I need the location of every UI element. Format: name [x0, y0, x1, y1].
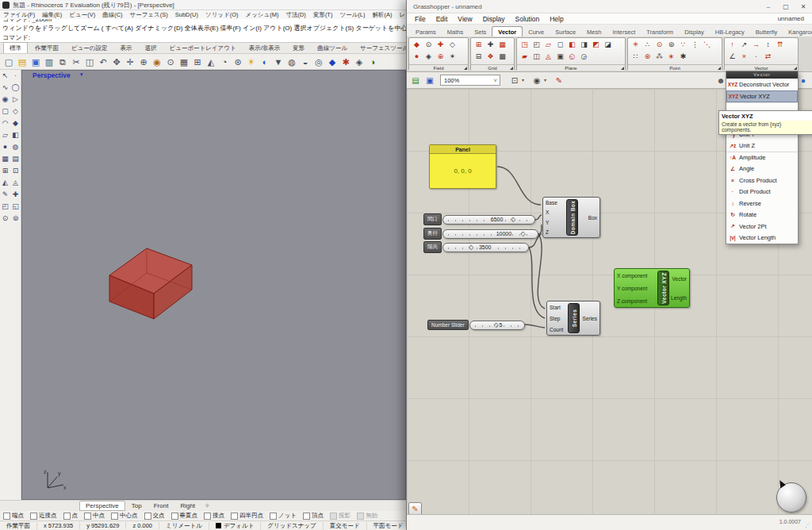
grasshopper-menu-item[interactable]: Solution — [515, 15, 540, 23]
rhino-toolbar-icon[interactable]: ◎ — [312, 56, 325, 68]
component-category-tab[interactable]: Mesh — [581, 27, 607, 36]
rhino-menu-item[interactable]: SubD(U) — [175, 11, 198, 18]
grid-component-icon[interactable]: ✚ — [485, 39, 496, 51]
viewport-tab-perspective[interactable]: Perspective — [79, 501, 125, 511]
dropdown-menu-item[interactable]: ↕ Reverse — [726, 198, 798, 209]
rhino-toolbar-icon[interactable]: ↶ — [97, 56, 109, 68]
rhino-sidebar-tool-icon[interactable]: · — [10, 70, 21, 82]
status-units[interactable]: ミリメートル — [159, 522, 209, 530]
status-cplane[interactable]: 作業平面 — [0, 522, 37, 530]
rhino-toolbar-tab[interactable]: ビューポートレイアウト — [164, 43, 242, 53]
slider-name-label[interactable]: Number Slider — [427, 320, 469, 330]
grasshopper-menu-item[interactable]: Edit — [436, 15, 448, 23]
rhino-toolbar-icon[interactable]: ▣ — [29, 56, 42, 68]
slider-floor-height[interactable]: 階高 ◇ 3500 — [423, 242, 529, 252]
field-component-icon[interactable]: ⊕ — [435, 51, 446, 63]
rhino-sidebar-tool-icon[interactable]: ∿ — [0, 82, 10, 94]
slider-frontage[interactable]: 間口 6500 ◇ — [423, 214, 535, 225]
vector-component-icon[interactable]: · — [750, 51, 762, 63]
component-category-tab[interactable]: Surface — [550, 27, 581, 36]
plane-component-icon[interactable]: ◶ — [578, 51, 590, 63]
rhino-toolbar-tab[interactable]: サーフェスツール — [354, 43, 414, 53]
point-component-icon[interactable]: ∴ — [642, 39, 653, 51]
rhino-toolbar-icon[interactable]: ◈ — [353, 56, 366, 68]
slider-grip-icon[interactable]: ◇ — [521, 230, 526, 237]
rhino-toolbar-icon[interactable]: ✱ — [339, 56, 352, 68]
grasshopper-menu-item[interactable]: File — [415, 15, 426, 23]
viewport-tab-front[interactable]: Front — [148, 501, 174, 510]
field-component-icon[interactable]: ◈ — [423, 51, 435, 63]
component-name-capsule[interactable]: Vector XYZ — [657, 271, 669, 305]
rhino-toolbar-icon[interactable]: ◐ — [259, 56, 271, 68]
component-category-tab[interactable]: Params — [410, 27, 442, 36]
point-component-icon[interactable]: ⊛ — [642, 51, 653, 63]
osnap-checkbox[interactable]: 頂点 — [303, 512, 324, 520]
input-port[interactable]: Z component — [617, 298, 647, 304]
grid-component-icon[interactable]: ⊞ — [473, 39, 485, 51]
input-port[interactable]: X — [546, 209, 557, 215]
point-component-icon[interactable]: ⋱ — [701, 39, 713, 51]
slider-track[interactable]: 6500 ◇ — [442, 215, 535, 225]
dropdown-menu-item[interactable]: × Cross Product — [726, 175, 798, 186]
rhino-sidebar-tool-icon[interactable]: ⊙ — [0, 213, 10, 225]
input-port[interactable]: Step — [550, 316, 563, 321]
field-component-icon[interactable]: ● — [411, 51, 423, 63]
sketch-pen-icon[interactable]: ✎ — [553, 75, 565, 86]
zoom-extents-icon[interactable]: ⊡ — [508, 75, 521, 86]
rhino-toolbar-tab[interactable]: 作業平面 — [29, 43, 64, 53]
component-category-tab[interactable]: Intersect — [607, 27, 641, 36]
dropdown-menu-item[interactable]: ↻ Rotate — [726, 209, 798, 221]
rhino-toolbar-icon[interactable]: ✛ — [124, 56, 136, 68]
point-component-icon[interactable]: ∵ — [677, 39, 689, 51]
rhino-sidebar-tool-icon[interactable]: ⊚ — [10, 213, 21, 225]
rhino-menu-item[interactable]: 編集(E) — [42, 11, 62, 19]
plane-component-icon[interactable]: ◫ — [530, 51, 542, 63]
rhino-toolbar-tab[interactable]: ビューの設定 — [66, 43, 113, 53]
vector-component-icon[interactable]: × — [738, 51, 750, 63]
viewport-title[interactable]: Perspective — [33, 71, 71, 79]
panel-content[interactable]: 0, 0, 0 — [430, 154, 496, 188]
component-category-tab[interactable]: Kangaroo2 — [783, 27, 812, 36]
field-component-icon[interactable]: ◆ — [411, 39, 423, 51]
osnap-checkbox[interactable]: 交点 — [144, 512, 165, 520]
rhino-menu-item[interactable]: 寸法(D) — [285, 11, 305, 19]
ribbon-group-label[interactable]: Plane — [517, 64, 625, 71]
component-category-tab[interactable]: Sets — [469, 27, 492, 36]
slider-grip-icon[interactable]: ◇ — [511, 216, 515, 223]
component-category-tab[interactable]: Maths — [442, 27, 469, 36]
rhino-sidebar-tool-icon[interactable]: ◆ — [10, 117, 21, 129]
vector-component-icon[interactable]: ↕ — [762, 39, 774, 51]
osnap-checkbox[interactable]: 無効 — [357, 512, 377, 520]
viewport-tab-top[interactable]: Top — [126, 501, 147, 510]
rhino-sidebar-tool-icon[interactable]: ↖ — [0, 70, 10, 82]
rhino-toolbar-tab[interactable]: 変形 — [287, 43, 310, 53]
viewport-menu-caret-icon[interactable]: ▾ — [80, 71, 83, 78]
rhino-menu-item[interactable]: ビュー(V) — [69, 11, 95, 19]
rhino-menu-item[interactable]: メッシュ(M) — [246, 11, 279, 19]
vector-component-icon[interactable]: ⇈ — [774, 39, 786, 51]
component-name-capsule[interactable]: Domain Box — [566, 199, 578, 236]
viewport-tab-right[interactable]: Right — [174, 501, 201, 510]
ribbon-group-label[interactable]: Field — [409, 64, 468, 71]
point-component-icon[interactable]: ∗ — [665, 51, 677, 63]
zoom-level-select[interactable]: 100% — [440, 75, 500, 86]
output-port[interactable]: Box — [588, 215, 597, 221]
field-component-icon[interactable]: ◇ — [446, 39, 458, 51]
field-component-icon[interactable]: ✚ — [435, 39, 446, 51]
series-component[interactable]: StartStepCount Series Series — [546, 301, 600, 336]
slider-name-label[interactable]: 奥行 — [423, 228, 442, 240]
plane-component-icon[interactable]: ◧ — [566, 39, 578, 51]
status-mode-toggle[interactable]: 直交モード — [324, 522, 367, 530]
rhino-toolbar-tab[interactable]: 曲線ツール — [312, 43, 353, 53]
rhino-menu-item[interactable]: ソリッド(O) — [205, 11, 239, 19]
rhino-toolbar-icon[interactable]: ◑ — [366, 56, 379, 68]
plane-component-icon[interactable]: ◳ — [519, 39, 530, 51]
rhino-toolbar-icon[interactable]: ✂ — [70, 56, 82, 68]
canvas-compass-widget[interactable] — [776, 482, 806, 513]
rhino-sidebar-tool-icon[interactable]: ◬ — [10, 177, 21, 189]
plane-component-icon[interactable]: ◬ — [542, 51, 554, 63]
zoom-extents-caret-icon[interactable]: ▾ — [522, 77, 524, 83]
domain-box-component[interactable]: BaseXYZ Domain Box Box — [542, 197, 600, 238]
osnap-checkbox[interactable]: 端点 — [3, 512, 24, 520]
component-category-tab[interactable]: HB-Legacy — [710, 27, 750, 36]
